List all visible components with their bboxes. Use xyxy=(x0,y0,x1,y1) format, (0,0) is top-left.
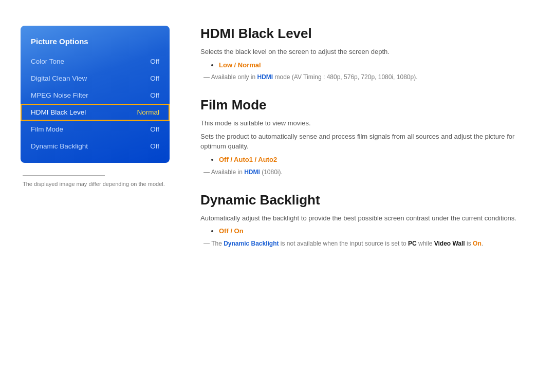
highlight-orange: On xyxy=(473,240,482,247)
highlight-blue: Dynamic Backlight xyxy=(224,240,279,247)
bullet-item: Low / Normal xyxy=(219,60,534,71)
section-desc1: This mode is suitable to view movies. xyxy=(200,118,534,128)
highlight-orange: Low / Normal xyxy=(219,61,261,69)
note-item: Available in HDMI (1080i). xyxy=(203,167,534,177)
menu-item-mpeg-noise-filter[interactable]: MPEG Noise FilterOff xyxy=(21,87,170,104)
section-desc2: Sets the product to automatically sense … xyxy=(200,132,534,152)
menu-item-digital-clean-view[interactable]: Digital Clean ViewOff xyxy=(21,70,170,87)
menu-item-value: Off xyxy=(150,58,159,65)
section-film-mode: Film ModeThis mode is suitable to view m… xyxy=(200,97,534,176)
highlight-blue: HDMI xyxy=(244,169,260,176)
bullet-item: Off / Auto1 / Auto2 xyxy=(219,155,534,165)
main-container: Picture Options Color ToneOffDigital Cle… xyxy=(0,0,555,289)
section-title: HDMI Black Level xyxy=(200,26,534,42)
menu-item-label: HDMI Black Level xyxy=(31,108,86,116)
section-dynamic-backlight: Dynamic BacklightAutomatically adjust th… xyxy=(200,192,534,248)
menu-item-value: Normal xyxy=(137,108,159,116)
menu-item-film-mode[interactable]: Film ModeOff xyxy=(21,121,170,138)
footnote-divider xyxy=(23,175,105,176)
note-item: The Dynamic Backlight is not available w… xyxy=(203,239,534,248)
menu-item-color-tone[interactable]: Color ToneOff xyxy=(21,53,170,70)
section-title: Dynamic Backlight xyxy=(200,192,534,208)
highlight-orange: Off / Auto1 / Auto2 xyxy=(219,156,277,163)
section-desc: Selects the black level on the screen to… xyxy=(200,47,534,57)
menu-item-label: MPEG Noise Filter xyxy=(31,91,88,99)
note-item: Available only in HDMI mode (AV Timing :… xyxy=(203,72,534,82)
menu-item-value: Off xyxy=(150,142,159,150)
menu-item-label: Digital Clean View xyxy=(31,74,87,82)
menu-item-label: Film Mode xyxy=(31,125,63,133)
section-desc: Automatically adjust the backlight to pr… xyxy=(200,213,534,223)
picture-options-menu: Picture Options Color ToneOffDigital Cle… xyxy=(21,26,170,163)
bullet-item: Off / On xyxy=(219,226,534,237)
menu-item-hdmi-black-level[interactable]: HDMI Black LevelNormal xyxy=(21,104,170,121)
menu-title: Picture Options xyxy=(21,34,170,53)
highlight-orange: Off / On xyxy=(219,227,244,235)
menu-item-dynamic-backlight[interactable]: Dynamic BacklightOff xyxy=(21,138,170,155)
menu-item-label: Color Tone xyxy=(31,58,64,65)
highlight-bold: Video Wall xyxy=(434,240,465,247)
menu-item-value: Off xyxy=(150,91,159,99)
highlight-bold: PC xyxy=(408,240,417,247)
menu-item-value: Off xyxy=(150,125,159,133)
section-hdmi-black-level: HDMI Black LevelSelects the black level … xyxy=(200,26,534,82)
menu-item-label: Dynamic Backlight xyxy=(31,142,88,150)
section-title: Film Mode xyxy=(200,97,534,113)
highlight-blue: HDMI xyxy=(257,73,273,81)
footnote-section: The displayed image may differ depending… xyxy=(21,175,170,187)
footnote-text: The displayed image may differ depending… xyxy=(23,181,168,187)
left-panel: Picture Options Color ToneOffDigital Cle… xyxy=(21,26,170,264)
right-panel: HDMI Black LevelSelects the black level … xyxy=(200,26,534,264)
menu-item-value: Off xyxy=(150,74,159,82)
